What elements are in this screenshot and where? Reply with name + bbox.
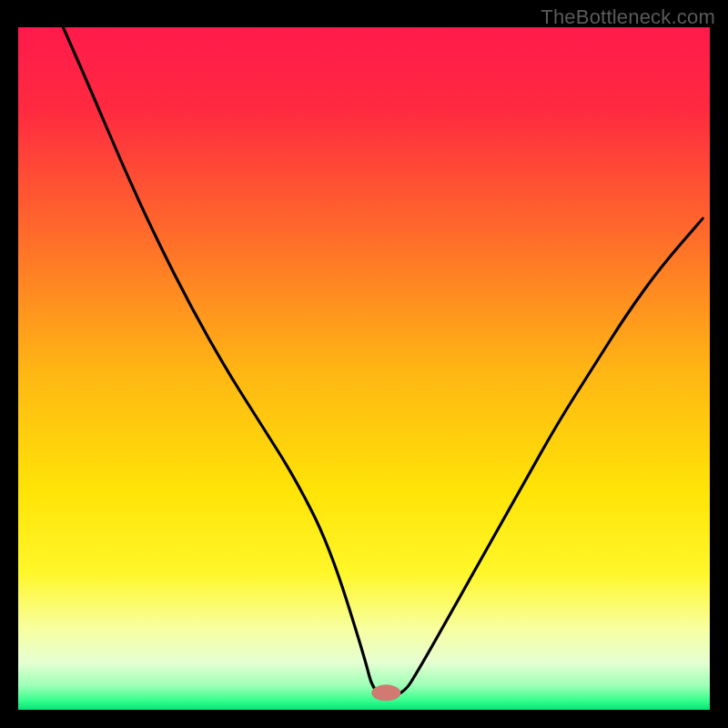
app-frame: TheBottleneck.com [0,0,728,728]
bottleneck-chart [18,27,710,710]
watermark-text: TheBottleneck.com [541,5,715,29]
plot-area [18,27,710,710]
gradient-background [18,27,710,710]
optimal-point-marker [371,684,400,701]
